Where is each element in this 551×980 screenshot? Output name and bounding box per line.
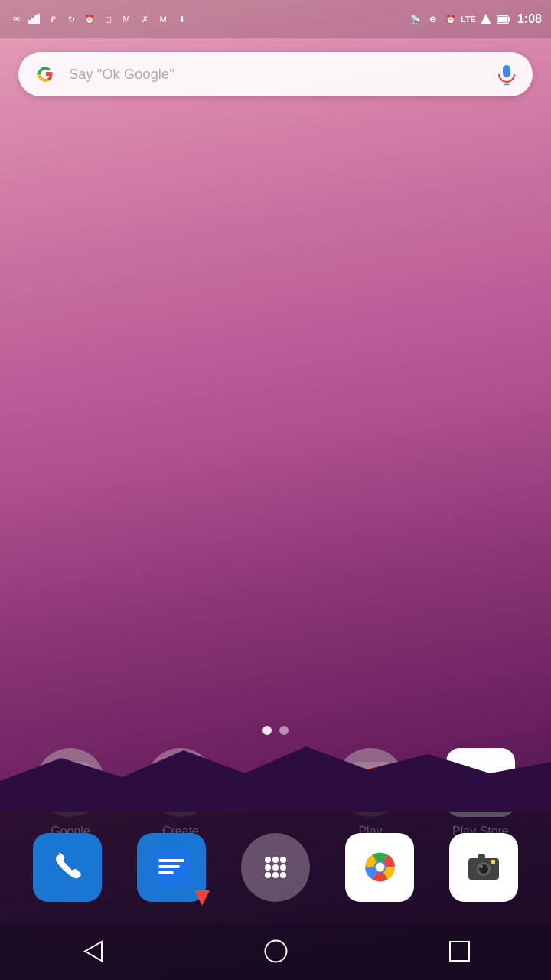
- download-icon: ⬇: [174, 12, 188, 26]
- dock-phone[interactable]: [33, 833, 102, 902]
- minus-icon: ⊖: [426, 12, 440, 26]
- pinterest-icon: 𝑷: [46, 12, 60, 26]
- svg-rect-25: [158, 865, 180, 868]
- search-bar[interactable]: Say "Ok Google": [18, 52, 533, 96]
- svg-point-32: [272, 864, 279, 871]
- search-bar-container[interactable]: Say "Ok Google": [0, 38, 551, 110]
- page-dots: [262, 726, 289, 735]
- recents-button[interactable]: [439, 930, 481, 972]
- dock: [0, 812, 551, 923]
- svg-point-31: [265, 864, 271, 871]
- svg-point-46: [480, 865, 483, 868]
- svg-rect-1: [31, 18, 34, 24]
- sync-icon: ↻: [64, 12, 78, 26]
- status-bar: ✉ 𝑷 ↻ ⏰ ◻ M ✗ M ⬇ 📡 ⊖ ⏰ LTE: [0, 0, 551, 38]
- page-dot-2[interactable]: [279, 726, 289, 735]
- svg-rect-26: [158, 871, 174, 874]
- svg-point-36: [280, 872, 286, 878]
- dock-app-drawer[interactable]: [241, 833, 310, 902]
- red-arrow-indicator: [194, 890, 210, 906]
- svg-rect-3: [37, 14, 40, 24]
- svg-point-35: [272, 872, 279, 878]
- instagram-icon: ◻: [101, 12, 115, 26]
- svg-rect-51: [450, 942, 469, 961]
- signal-bars-icon: [28, 12, 41, 26]
- search-placeholder[interactable]: Say "Ok Google": [69, 67, 485, 83]
- status-bar-right: 📡 ⊖ ⏰ LTE 1:08: [409, 12, 542, 26]
- mountain-silhouette: [0, 735, 551, 812]
- svg-rect-0: [28, 20, 31, 24]
- svg-point-29: [272, 857, 279, 863]
- alarm-icon: ⏰: [444, 12, 458, 26]
- dock-chrome[interactable]: [345, 833, 414, 902]
- svg-point-33: [280, 864, 286, 871]
- gmail2-icon: M: [156, 12, 170, 26]
- svg-rect-6: [509, 18, 510, 21]
- svg-rect-2: [34, 15, 37, 24]
- svg-point-28: [265, 857, 271, 863]
- page-dot-1[interactable]: [262, 726, 272, 735]
- time-display: 1:08: [517, 12, 542, 26]
- svg-rect-24: [158, 859, 184, 862]
- messages-icon: [151, 846, 193, 888]
- svg-point-50: [265, 941, 286, 962]
- home-button[interactable]: [255, 930, 297, 972]
- svg-rect-8: [503, 65, 510, 77]
- svg-point-34: [265, 872, 271, 878]
- mightytext-icon: ✗: [138, 12, 152, 26]
- status-bar-left: ✉ 𝑷 ↻ ⏰ ◻ M ✗ M ⬇: [9, 12, 188, 26]
- dock-camera[interactable]: [449, 833, 518, 902]
- microphone-icon[interactable]: [496, 64, 517, 85]
- signal-icon: [479, 12, 493, 26]
- gmail-icon: M: [119, 12, 133, 26]
- recents-icon: [446, 938, 473, 965]
- messenger-icon: ✉: [9, 12, 23, 26]
- phone-icon: [48, 848, 86, 887]
- lte-icon: LTE: [461, 12, 475, 26]
- svg-marker-4: [481, 14, 491, 24]
- back-button[interactable]: [71, 930, 113, 972]
- app-drawer-icon: [256, 848, 295, 887]
- svg-rect-48: [491, 860, 495, 864]
- google-logo: [34, 62, 58, 87]
- svg-point-30: [280, 857, 286, 863]
- svg-marker-49: [85, 942, 102, 961]
- red-arrow-icon: [194, 890, 210, 906]
- back-icon: [79, 938, 106, 965]
- alarm-clock-icon: ⏰: [83, 12, 96, 26]
- svg-marker-27: [194, 890, 210, 906]
- cast-icon: 📡: [409, 12, 422, 26]
- dock-messages-wrapper: [137, 833, 206, 902]
- home-icon: [262, 938, 289, 965]
- svg-rect-47: [478, 854, 485, 859]
- svg-rect-7: [497, 16, 507, 21]
- nav-bar: [0, 923, 551, 980]
- battery-icon: [497, 12, 510, 26]
- camera-icon: [464, 848, 504, 887]
- chrome-icon: [359, 846, 401, 888]
- svg-point-41: [375, 863, 384, 872]
